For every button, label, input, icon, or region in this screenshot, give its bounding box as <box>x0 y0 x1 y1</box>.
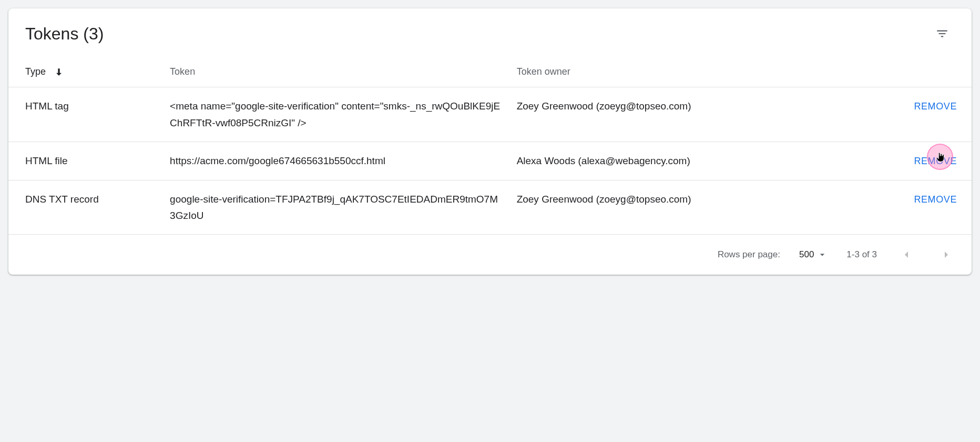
table-row: DNS TXT record google-site-verification=… <box>8 180 972 235</box>
card-header: Tokens (3) <box>8 8 972 57</box>
column-header-token[interactable]: Token <box>162 57 509 87</box>
remove-button[interactable]: REMOVE <box>914 101 957 112</box>
prev-page-button[interactable] <box>896 244 917 265</box>
next-page-button[interactable] <box>936 244 957 265</box>
cell-type: DNS TXT record <box>8 180 162 235</box>
card-title: Tokens (3) <box>25 24 104 44</box>
rows-per-page-value: 500 <box>799 249 814 260</box>
column-header-action <box>818 57 972 87</box>
cell-owner: Zoey Greenwood (zoeyg@topseo.com) <box>509 180 818 235</box>
cell-token: https://acme.com/google674665631b550ccf.… <box>162 142 509 180</box>
chevron-right-icon <box>940 248 953 261</box>
cell-token: <meta name="google-site-verification" co… <box>162 87 509 142</box>
chevron-left-icon <box>900 248 913 261</box>
table-row: HTML file https://acme.com/google6746656… <box>8 142 972 180</box>
cell-owner: Alexa Woods (alexa@webagency.com) <box>509 142 818 180</box>
filter-icon <box>935 27 949 41</box>
table-row: HTML tag <meta name="google-site-verific… <box>8 87 972 142</box>
table-header-row: Type Token Token owner <box>8 57 972 87</box>
dropdown-arrow-icon <box>817 249 828 260</box>
pagination-range: 1-3 of 3 <box>846 249 877 260</box>
pagination-bar: Rows per page: 500 1-3 of 3 <box>8 235 972 275</box>
rows-per-page-label: Rows per page: <box>718 249 780 260</box>
filter-button[interactable] <box>930 21 955 46</box>
cell-owner: Zoey Greenwood (zoeyg@topseo.com) <box>509 87 818 142</box>
column-header-type[interactable]: Type <box>8 57 162 87</box>
remove-button[interactable]: REMOVE <box>914 194 957 205</box>
remove-button[interactable]: REMOVE <box>914 156 957 166</box>
cell-type: HTML tag <box>8 87 162 142</box>
tokens-card: Tokens (3) Type Token Token owner HTML t… <box>8 8 972 275</box>
column-header-owner[interactable]: Token owner <box>509 57 818 87</box>
sort-arrow-down-icon <box>54 67 64 77</box>
column-header-type-label: Type <box>25 66 46 77</box>
tokens-table: Type Token Token owner HTML tag <meta na… <box>8 57 972 235</box>
cell-token: google-site-verification=TFJPA2TBf9j_qAK… <box>162 180 509 235</box>
cell-type: HTML file <box>8 142 162 180</box>
rows-per-page-select[interactable]: 500 <box>799 249 828 260</box>
